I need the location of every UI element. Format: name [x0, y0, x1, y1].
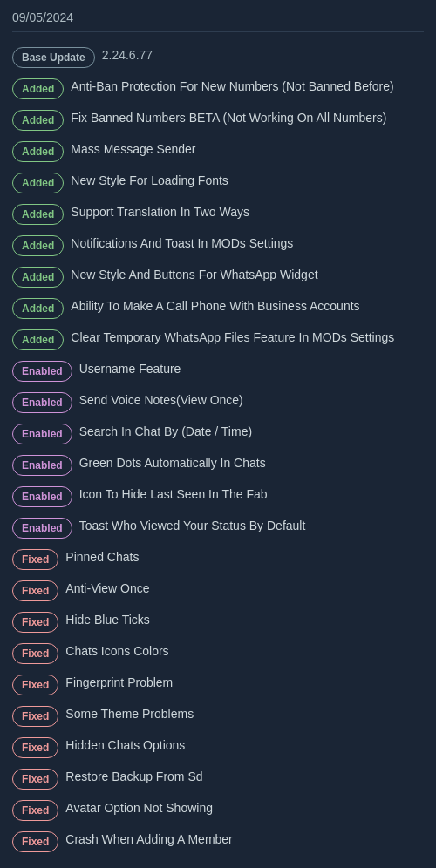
item-text: Fingerprint Problem — [65, 673, 424, 692]
item-text: Green Dots Automatically In Chats — [79, 453, 424, 472]
list-item: AddedNew Style For Loading Fonts — [12, 166, 424, 198]
list-item: FixedHidden Chats Options — [12, 731, 424, 763]
list-item: EnabledSearch In Chat By (Date / Time) — [12, 417, 424, 449]
badge-fixed: Fixed — [12, 612, 58, 633]
list-item: FixedRestore Backup From Sd — [12, 763, 424, 794]
item-text: Toast Who Viewed Your Status By Default — [79, 516, 424, 535]
badge-fixed: Fixed — [12, 737, 58, 758]
badge-added: Added — [12, 110, 64, 131]
list-item: AddedMass Message Sender — [12, 135, 424, 166]
item-text: Send Voice Notes(View Once) — [79, 390, 424, 410]
badge-added: Added — [12, 173, 64, 193]
list-item: FixedPinned Chats — [12, 543, 424, 574]
badge-fixed: Fixed — [12, 769, 58, 790]
badge-fixed: Fixed — [12, 706, 58, 727]
list-item: FixedCrash When Adding A Member — [12, 825, 424, 857]
item-text: Mass Message Sender — [71, 139, 424, 159]
badge-added: Added — [12, 298, 64, 319]
list-item: FixedAnti-View Once — [12, 574, 424, 606]
item-text: Hide Blue Ticks — [65, 610, 424, 629]
list-item: EnabledSend Voice Notes(View Once) — [12, 386, 424, 417]
badge-enabled: Enabled — [12, 455, 72, 476]
list-item: Base Update2.24.6.77 — [12, 41, 424, 72]
badge-added: Added — [12, 78, 64, 99]
update-list: Base Update2.24.6.77AddedAnti-Ban Protec… — [12, 41, 424, 857]
item-text: Some Theme Problems — [65, 704, 424, 723]
list-item: FixedFingerprint Problem — [12, 668, 424, 700]
badge-fixed: Fixed — [12, 643, 58, 664]
badge-enabled: Enabled — [12, 424, 72, 444]
list-item: AddedAnti-Ban Protection For New Numbers… — [12, 72, 424, 104]
item-text: New Style And Buttons For WhatsApp Widge… — [71, 265, 424, 284]
list-item: EnabledGreen Dots Automatically In Chats — [12, 449, 424, 480]
date-text: 09/05/2024 — [12, 10, 73, 24]
item-text: Clear Temporary WhatsApp Files Feature I… — [71, 328, 424, 347]
item-text: Chats Icons Colors — [65, 641, 424, 661]
item-text: Anti-Ban Protection For New Numbers (Not… — [71, 77, 424, 96]
badge-fixed: Fixed — [12, 831, 58, 852]
item-text: Ability To Make A Call Phone With Busine… — [71, 296, 424, 315]
item-text: Anti-View Once — [65, 579, 424, 598]
badge-fixed: Fixed — [12, 800, 58, 821]
badge-added: Added — [12, 267, 64, 288]
item-text: Pinned Chats — [65, 547, 424, 566]
badge-enabled: Enabled — [12, 361, 72, 382]
list-item: AddedSupport Translation In Two Ways — [12, 198, 424, 229]
badge-fixed: Fixed — [12, 549, 58, 570]
list-item: FixedSome Theme Problems — [12, 700, 424, 731]
item-text: Search In Chat By (Date / Time) — [79, 422, 424, 441]
badge-added: Added — [12, 329, 64, 350]
badge-base: Base Update — [12, 47, 95, 68]
badge-enabled: Enabled — [12, 392, 72, 413]
list-item: AddedNew Style And Buttons For WhatsApp … — [12, 261, 424, 292]
list-item: FixedHide Blue Ticks — [12, 606, 424, 637]
list-item: AddedClear Temporary WhatsApp Files Feat… — [12, 323, 424, 355]
item-text: Notifications And Toast In MODs Settings — [71, 234, 424, 253]
list-item: AddedNotifications And Toast In MODs Set… — [12, 229, 424, 261]
item-text: Icon To Hide Last Seen In The Fab — [79, 485, 424, 504]
list-item: AddedAbility To Make A Call Phone With B… — [12, 292, 424, 323]
badge-fixed: Fixed — [12, 675, 58, 695]
badge-added: Added — [12, 235, 64, 256]
badge-enabled: Enabled — [12, 486, 72, 507]
badge-added: Added — [12, 141, 64, 162]
item-text: Avatar Option Not Showing — [65, 798, 424, 817]
item-text: Fix Banned Numbers BETA (Not Working On … — [71, 108, 424, 127]
list-item: EnabledIcon To Hide Last Seen In The Fab — [12, 480, 424, 512]
badge-fixed: Fixed — [12, 580, 58, 601]
list-item: FixedChats Icons Colors — [12, 637, 424, 668]
item-text: New Style For Loading Fonts — [71, 171, 424, 190]
item-text: 2.24.6.77 — [102, 45, 424, 64]
badge-enabled: Enabled — [12, 518, 72, 539]
item-text: Crash When Adding A Member — [65, 830, 424, 849]
item-text: Username Feature — [79, 359, 424, 378]
list-item: EnabledUsername Feature — [12, 355, 424, 386]
item-text: Hidden Chats Options — [65, 736, 424, 755]
list-item: AddedFix Banned Numbers BETA (Not Workin… — [12, 104, 424, 135]
badge-added: Added — [12, 204, 64, 225]
item-text: Support Translation In Two Ways — [71, 202, 424, 221]
list-item: EnabledToast Who Viewed Your Status By D… — [12, 512, 424, 543]
list-item: FixedAvatar Option Not Showing — [12, 794, 424, 825]
item-text: Restore Backup From Sd — [65, 767, 424, 786]
date-header: 09/05/2024 — [12, 10, 424, 32]
